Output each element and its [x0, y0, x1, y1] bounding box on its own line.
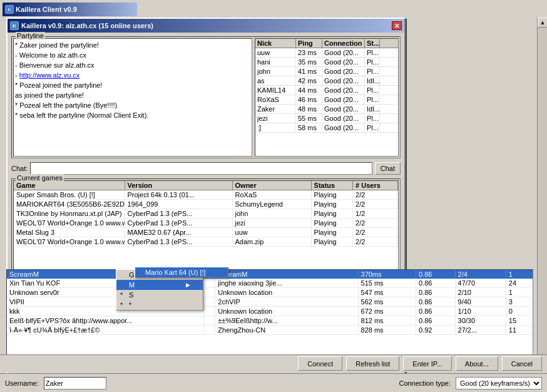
games-label: Current games: [16, 174, 64, 182]
games-col-status: Status: [311, 181, 352, 190]
status-bar: Username: Connection type: Good (20 keyf…: [0, 373, 547, 392]
outer-title: Kaillera Client v0.9: [16, 6, 77, 13]
game-row[interactable]: WEOL'07 World+Orange 1.0 www.weol.go.pl …: [14, 237, 398, 247]
main-scrollbar[interactable]: ▲ ▼: [537, 18, 547, 369]
pl-line: * seba left the partyline (Normal Client…: [15, 110, 250, 120]
server-row[interactable]: kkk Unknown location 672 ms 0.86 1/10 0: [7, 307, 533, 316]
context-item-label: M: [129, 281, 135, 289]
pl-line: * Pozeal joined the partyline!: [15, 80, 250, 90]
chat-input[interactable]: [30, 162, 372, 175]
context-item-label: G: [129, 271, 135, 279]
about-button[interactable]: About...: [456, 356, 498, 371]
dialog-win-icon: K: [10, 21, 19, 30]
col-conn-header: Connection: [322, 39, 365, 48]
bottom-buttons-row: Connect Refresh list Enter IP... About..…: [0, 354, 547, 372]
server-row[interactable]: Unknown serv0r Unknown location 547 ms 0…: [7, 288, 533, 297]
scroll-up-btn[interactable]: ▲: [538, 18, 547, 28]
submenu-arrow-icon: ▶: [186, 282, 190, 288]
games-col-users: # Users: [353, 181, 398, 190]
col-st-header: St...: [365, 39, 380, 48]
pl-line: - Welcome to alz.ath.cx: [15, 50, 250, 60]
server-row[interactable]: EeIß·blfÿE+VPS?ôx âhttp://www.appor... ±…: [7, 316, 533, 326]
dialog-titlebar: K Kaillera v0.9: alz.ath.cx (15 online u…: [8, 19, 404, 33]
outer-titlebar: K Kaillera Client v0.9: [3, 3, 137, 16]
game-row[interactable]: WEOL'07 World+Orange 1.0 www.weol.go.pl …: [14, 219, 398, 228]
games-col-owner: Owner: [232, 181, 311, 190]
server-table: ScreamM ScreamM 370ms 0.86 2/4 1 Xin Tia…: [7, 270, 533, 335]
conn-type-select[interactable]: Good (20 keyframes/s) LAN (10 keyframes/…: [456, 377, 542, 389]
user-row[interactable]: john41 msGood (20...Pl...: [255, 67, 398, 76]
context-menu-item-star[interactable]: * *: [116, 300, 203, 310]
user-row[interactable]: :]58 msGood (20...Pl...: [255, 123, 398, 133]
refresh-list-button[interactable]: Refresh list: [346, 356, 399, 371]
chat-row: Chat: Chat: [11, 161, 401, 176]
user-row[interactable]: Zaker48 msGood (20...Idl...: [255, 105, 398, 114]
user-list-body: uuw23 msGood (20...Pl... hani35 msGood (…: [255, 48, 398, 156]
context-item-label: S: [129, 291, 133, 299]
partyline-link[interactable]: http://www.alz.vu.cx: [19, 71, 80, 79]
submenu-popup: Mario Kart 64 (U) [!]: [135, 267, 228, 278]
chat-button[interactable]: Chat: [375, 162, 401, 175]
dialog-close-button[interactable]: ✕: [392, 21, 402, 30]
user-list-header: Nick Ping Connection St...: [255, 39, 398, 48]
enter-ip-button[interactable]: Enter IP...: [403, 356, 452, 371]
col-nick-header: Nick: [255, 39, 296, 48]
game-row[interactable]: MARIOKART64 (3E5055B6-2E92DA52:E)1964_09…: [14, 200, 398, 209]
outer-win-icon: K: [5, 5, 14, 14]
submenu-item-mariokart[interactable]: Mario Kart 64 (U) [!]: [135, 267, 228, 277]
bullet-icon: *: [120, 301, 123, 309]
conn-type-label: Connection type:: [399, 379, 451, 387]
user-row[interactable]: uuw23 msGood (20...Pl...: [255, 48, 398, 58]
username-input[interactable]: [44, 377, 106, 389]
partyline-group: Partyline * Zaker joined the partyline! …: [11, 36, 401, 158]
user-list: Nick Ping Connection St... uuw23 msGood …: [255, 38, 399, 157]
context-item-label: *: [129, 301, 131, 309]
partyline-label: Partyline: [16, 32, 45, 39]
server-row-selected[interactable]: ScreamM ScreamM 370ms 0.86 2/4 1: [7, 270, 533, 279]
pl-line: - Bienvenue sur alz.ath.cx: [15, 60, 250, 70]
col-ping-header: Ping: [296, 39, 322, 48]
server-row[interactable]: î-Ä»·¥¶ cU¾Ä blfÿE+£†æ†£© ZhengZhou-CN 8…: [7, 326, 533, 335]
user-row[interactable]: RoXaS46 msGood (20...Pl...: [255, 95, 398, 105]
pl-line: * Pozeal left the partyline (Bye!!!!): [15, 100, 250, 110]
chat-label: Chat:: [11, 165, 28, 172]
pl-line: - http://www.alz.vu.cx: [15, 70, 250, 80]
scroll-track: [538, 28, 547, 359]
cancel-button[interactable]: Cancel: [502, 356, 542, 371]
games-table: Game Version Owner Status # Users Super …: [14, 181, 398, 247]
pl-line: * Zaker joined the partyline!: [15, 40, 250, 50]
dialog-title: Kaillera v0.9: alz.ath.cx (15 online use…: [21, 22, 153, 29]
user-row[interactable]: jezi55 msGood (20...Pl...: [255, 114, 398, 123]
username-label: Username:: [5, 379, 39, 387]
partyline-text: * Zaker joined the partyline! - Welcome …: [13, 38, 252, 157]
games-col-version: Version: [125, 181, 232, 190]
server-list: ScreamM ScreamM 370ms 0.86 2/4 1 Xin Tia…: [6, 269, 533, 366]
bullet-icon: *: [120, 291, 123, 299]
user-row[interactable]: hani35 msGood (20...Pl...: [255, 58, 398, 67]
context-menu-item-s[interactable]: * S: [116, 290, 203, 300]
game-row[interactable]: Super Smash Bros. (U) [!]Project 64k 0.1…: [14, 190, 398, 200]
game-row[interactable]: Metal Slug 3MAME32 0.67 (Apr...uuwPlayin…: [14, 228, 398, 237]
server-row[interactable]: VIPII 2chVIP 562 ms 0.86 9/40 3: [7, 297, 533, 307]
games-col-game: Game: [14, 181, 125, 190]
user-row[interactable]: as42 msGood (20...Idl...: [255, 76, 398, 86]
context-menu-item-m[interactable]: M ▶: [116, 280, 203, 290]
game-row[interactable]: TK3Online by Honmaru.xt.pl (JAP) - SLPS-…: [14, 209, 398, 219]
user-row[interactable]: KAMIL1444 msGood (20...Pl...: [255, 86, 398, 95]
pl-line: as joined the partyline!: [15, 90, 250, 100]
server-row[interactable]: Xin Tian Yu KOF jinghe xiaoxing 3jie... …: [7, 279, 533, 288]
connect-button[interactable]: Connect: [298, 356, 342, 371]
